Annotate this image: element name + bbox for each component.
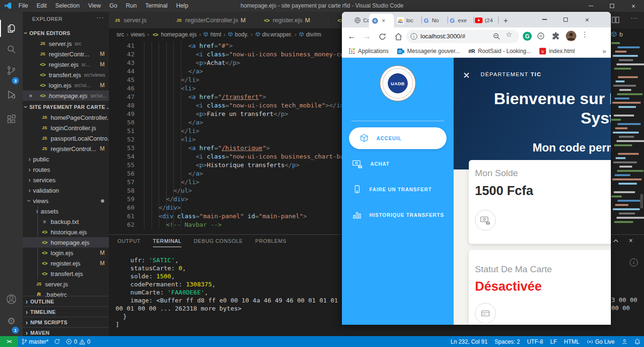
settings-gear-icon[interactable]: ⚙ [0, 312, 23, 329]
notifications-bell-icon[interactable] [635, 338, 640, 345]
grammarly-extension-icon[interactable]: G [523, 32, 532, 41]
panel-close-icon[interactable]: × [629, 237, 633, 244]
file-passportlocalcontro[interactable]: JSpassportLocalContro... [23, 133, 109, 143]
feedback-icon[interactable] [622, 339, 627, 345]
hero-close-icon[interactable]: × [461, 70, 472, 81]
open-editor-register-ejs[interactable]: <>register.ejssr...M [23, 59, 109, 70]
browser-tab-loc[interactable]: PMAloc [394, 15, 420, 26]
bookmark-star-icon[interactable]: ☆ [506, 30, 512, 39]
extensions-icon[interactable] [0, 111, 23, 128]
sync-icon[interactable] [54, 338, 60, 345]
chrome-maximize-button[interactable] [556, 12, 575, 27]
go-live-button[interactable]: Go Live [587, 338, 615, 345]
breadcrumb-html[interactable]: html [203, 31, 221, 38]
address-bar[interactable]: i localhost:3000/# ☆ [406, 30, 519, 43]
back-button[interactable]: ← [346, 30, 358, 43]
source-control-icon[interactable] [0, 62, 23, 79]
accounts-icon[interactable] [0, 291, 23, 308]
url-text[interactable]: localhost:3000/# [420, 30, 465, 43]
panel-tab-debug-console[interactable]: DEBUG CONSOLE [194, 235, 243, 247]
menu-file[interactable]: File [14, 0, 32, 12]
close-editor-icon[interactable]: × [29, 92, 33, 99]
sidebar-item-achat[interactable]: ACHAT [342, 153, 454, 174]
breadcrumb-src[interactable]: src [116, 31, 124, 38]
breadcrumb-homepage-ejs[interactable]: <>homepage.ejs [152, 31, 197, 38]
encoding[interactable]: UTF-8 [527, 338, 543, 345]
section-npm-scripts[interactable]: ›NPM SCRIPTS [23, 317, 109, 327]
folder-public[interactable]: ›public [23, 154, 109, 164]
panel-maximize-icon[interactable] [613, 239, 618, 242]
file-homepagecontroller[interactable]: JShomePageController... [23, 112, 109, 123]
browser-tab-active[interactable]: × [369, 14, 394, 27]
chrome-menu-icon[interactable]: ⋮ [581, 30, 589, 39]
file-register-ejs[interactable]: <>register.ejsM [23, 258, 109, 268]
git-branch-item[interactable]: master* [22, 338, 48, 345]
tab-server-js[interactable]: JSserver.js [109, 12, 170, 28]
new-tab-button[interactable]: + [500, 15, 511, 27]
problems-item[interactable]: 0 0 [66, 338, 90, 345]
bookmark-index-html[interactable]: nindex.html [539, 48, 575, 54]
open-editor-transfert-ejs[interactable]: <>transfert.ejssrc\views [23, 70, 109, 80]
menu-selection[interactable]: Selection [51, 0, 84, 12]
zoom-out-icon[interactable] [493, 33, 501, 40]
open-editor-homepage-ejs[interactable]: ×<>homepage.ejssrc\vi... [23, 90, 109, 101]
menu-terminal[interactable]: Terminal [141, 0, 172, 12]
browser-tab-cou[interactable]: Cou [351, 15, 369, 26]
section-maven[interactable]: ›MAVEN [23, 327, 109, 336]
cursor-position[interactable]: Ln 232, Col 91 [451, 338, 488, 345]
browser-tab-24[interactable]: (24 [472, 15, 498, 26]
language-mode[interactable]: HTML [564, 338, 580, 345]
close-tab-icon[interactable]: × [382, 17, 385, 24]
menu-help[interactable]: Help [172, 0, 193, 12]
bookmarks-overflow-icon[interactable]: » [602, 47, 606, 55]
tab-registercontroller-js[interactable]: JSregisterController.jsM [170, 12, 258, 28]
folder-validation[interactable]: ›validation [23, 185, 109, 196]
menu-run[interactable]: Run [122, 0, 141, 12]
indentation[interactable]: Spaces: 2 [495, 338, 520, 345]
bookmark-rootsaid-looking[interactable]: #RRootSaid - Looking... [468, 48, 531, 54]
extensions-puzzle-icon[interactable] [552, 32, 560, 40]
close-button[interactable]: × [623, 0, 644, 12]
minimize-button[interactable] [580, 0, 601, 12]
browser-tab-no[interactable]: GNo [420, 15, 446, 26]
explorer-actions-icon[interactable]: ··· [97, 14, 104, 21]
folder-services[interactable]: ›services [23, 175, 109, 185]
remote-indicator[interactable]: >< [0, 336, 18, 347]
panel-tab-output[interactable]: OUTPUT [117, 235, 141, 247]
profile-avatar[interactable] [566, 31, 576, 41]
breadcrumb-div-wrapper[interactable]: div.wrapper. [255, 31, 293, 38]
file-logincontroller-js[interactable]: JSloginController.js [23, 123, 109, 133]
folder-views[interactable]: ›views [23, 196, 109, 206]
open-editors-section[interactable]: ›OPEN EDITORS [23, 28, 109, 38]
maximize-button[interactable] [601, 0, 623, 12]
sidebar-item-historique-transferts[interactable]: HISTORIQUE TRANSFERTS [342, 205, 454, 225]
file-homepage-ejs[interactable]: <>homepage.ejs [23, 237, 109, 248]
menu-go[interactable]: Go [105, 0, 122, 12]
browser-tab-exe[interactable]: Gexe [446, 15, 472, 26]
sidebar-item-acceuil[interactable]: ACCEUIL [349, 127, 447, 149]
section-timeline[interactable]: ›TIMELINE [23, 306, 109, 317]
eol[interactable]: LF [550, 338, 557, 345]
menu-view[interactable]: View [84, 0, 105, 12]
chrome-minimize-button[interactable] [535, 12, 554, 27]
forward-button[interactable]: → [361, 30, 373, 43]
breadcrumb-body[interactable]: body. [228, 31, 248, 38]
site-info-icon[interactable]: i [411, 33, 417, 40]
file-transfert-ejs[interactable]: <>transfert.ejs [23, 268, 109, 279]
search-icon[interactable] [0, 41, 23, 58]
scrollbar-thumb[interactable] [640, 194, 643, 208]
home-button[interactable] [392, 30, 404, 43]
folder-assets[interactable]: ›assets [23, 206, 109, 216]
file-server-js[interactable]: JSserver.js [23, 279, 109, 289]
tab-register-ejs[interactable]: <>register.ejsM [258, 12, 331, 28]
open-editor-login-ejs[interactable]: <>login.ejssrc\vi...M [23, 80, 109, 90]
chrome-close-button[interactable]: × [578, 12, 597, 27]
file-backup-txt[interactable]: ≡backup.txt [23, 216, 109, 227]
file-login-ejs[interactable]: <>login.ejsM [23, 248, 109, 258]
extension-icon[interactable] [537, 32, 545, 40]
split-editor-icon[interactable] [612, 17, 619, 23]
more-actions-icon[interactable]: ··· [631, 14, 638, 21]
section-outline[interactable]: ›OUTLINE [23, 296, 109, 306]
file-historique-ejs[interactable]: <>historique.ejs [23, 227, 109, 237]
breadcrumb-div-m[interactable]: div#m [299, 31, 321, 38]
